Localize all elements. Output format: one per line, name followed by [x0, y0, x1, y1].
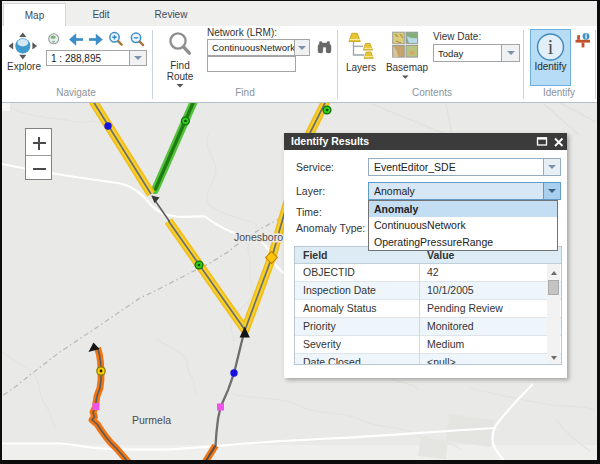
svg-text:Purmela: Purmela [132, 414, 171, 426]
svg-text:i: i [548, 36, 554, 58]
svg-text:Jonesboro: Jonesboro [234, 231, 283, 243]
